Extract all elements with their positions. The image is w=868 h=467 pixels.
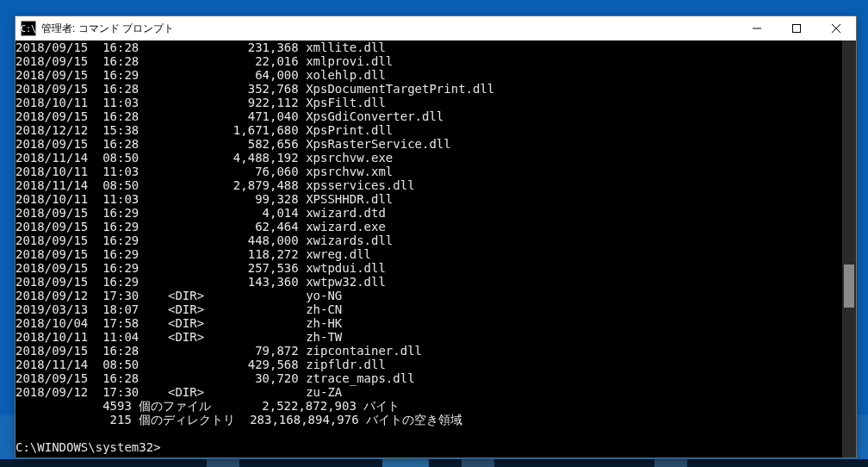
cmd-icon: C:\ <box>21 21 36 36</box>
terminal-line: 2018/09/15 16:28 30,720 ztrace_maps.dll <box>16 371 842 385</box>
terminal-line: 2018/09/15 16:29 143,360 xwtpw32.dll <box>16 275 842 289</box>
svg-rect-0 <box>793 25 801 33</box>
terminal-line: 2018/11/14 08:50 429,568 zipfldr.dll <box>16 358 842 371</box>
terminal-line: 2018/09/15 16:29 62,464 xwizard.exe <box>16 220 842 234</box>
terminal-line: 2018/10/11 11:03 922,112 XpsFilt.dll <box>16 96 842 109</box>
desktop: C:\ 管理者: コマンド プロンプト 2018/09/15 16:28 231… <box>0 0 868 467</box>
command-prompt-window: C:\ 管理者: コマンド プロンプト 2018/09/15 16:28 231… <box>15 16 857 458</box>
terminal-output[interactable]: 2018/09/15 16:28 231,368 xmllite.dll2018… <box>16 40 842 458</box>
terminal-line: 2018/09/15 16:28 231,368 xmllite.dll <box>16 40 842 54</box>
minimize-button[interactable] <box>737 16 777 40</box>
taskbar-item[interactable] <box>207 459 239 467</box>
terminal-line: 215 個のディレクトリ 283,168,894,976 バイトの空き領域 <box>16 413 842 427</box>
terminal-line: 2018/09/15 16:28 79,872 zipcontainer.dll <box>16 344 842 358</box>
terminal-line: 2018/09/15 16:29 118,272 xwreg.dll <box>16 247 842 261</box>
window-title: 管理者: コマンド プロンプト <box>41 22 737 36</box>
terminal-line: 2018/09/15 16:28 471,040 XpsGdiConverter… <box>16 109 842 123</box>
terminal-line: 4593 個のファイル 2,522,872,903 バイト <box>16 399 842 413</box>
taskbar-item-active[interactable] <box>382 459 429 467</box>
terminal-line: 2018/09/15 16:28 22,016 xmlprovi.dll <box>16 54 842 68</box>
terminal-line: 2018/10/11 11:03 99,328 XPSSHHDR.dll <box>16 192 842 206</box>
terminal-line: 2018/09/15 16:29 257,536 xwtpdui.dll <box>16 261 842 275</box>
terminal-line: 2018/09/15 16:29 448,000 xwizards.dll <box>16 234 842 247</box>
client-area: 2018/09/15 16:28 231,368 xmllite.dll2018… <box>16 40 856 458</box>
taskbar-item[interactable] <box>462 459 494 467</box>
terminal-line: 2018/11/14 08:50 2,879,488 xpsservices.d… <box>16 178 842 192</box>
terminal-line: 2018/10/11 11:03 76,060 xpsrchvw.xml <box>16 165 842 178</box>
scroll-thumb[interactable] <box>844 265 854 308</box>
terminal-line: 2018/09/15 16:29 64,000 xolehlp.dll <box>16 68 842 82</box>
terminal-line <box>16 427 842 440</box>
terminal-line: 2018/10/04 17:58 <DIR> zh-HK <box>16 316 842 330</box>
maximize-button[interactable] <box>777 16 816 40</box>
taskbar[interactable] <box>0 459 868 467</box>
terminal-line: 2018/09/12 17:30 <DIR> zu-ZA <box>16 385 842 399</box>
terminal-line: 2018/09/15 16:28 582,656 XpsRasterServic… <box>16 137 842 151</box>
close-button[interactable] <box>816 16 856 40</box>
terminal-line: 2018/09/15 16:29 4,014 xwizard.dtd <box>16 206 842 220</box>
titlebar[interactable]: C:\ 管理者: コマンド プロンプト <box>16 16 856 40</box>
taskbar-item[interactable] <box>654 459 687 467</box>
terminal-line: 2018/11/14 08:50 4,488,192 xpsrchvw.exe <box>16 151 842 165</box>
terminal-line: 2018/09/15 16:28 352,768 XpsDocumentTarg… <box>16 82 842 96</box>
terminal-line: 2018/12/12 15:38 1,671,680 XpsPrint.dll <box>16 123 842 137</box>
terminal-line: 2019/03/13 18:07 <DIR> zh-CN <box>16 302 842 316</box>
terminal-line: 2018/09/12 17:30 <DIR> yo-NG <box>16 289 842 302</box>
vertical-scrollbar[interactable] <box>842 40 856 458</box>
terminal-line: C:\WINDOWS\system32> <box>16 440 842 454</box>
titlebar-buttons <box>737 16 856 40</box>
terminal-line: 2018/10/11 11:04 <DIR> zh-TW <box>16 330 842 344</box>
